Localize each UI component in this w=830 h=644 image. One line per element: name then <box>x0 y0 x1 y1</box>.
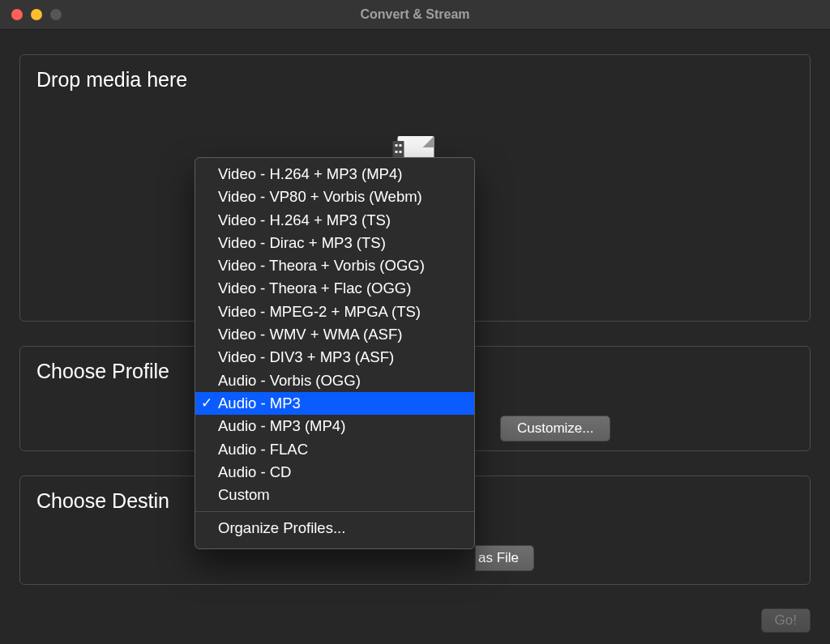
minimize-window-button[interactable] <box>31 9 42 20</box>
profile-option[interactable]: Video - MPEG-2 + MPGA (TS) <box>195 301 474 323</box>
profile-option[interactable]: Video - H.264 + MP3 (TS) <box>195 209 474 232</box>
profile-option[interactable]: Audio - FLAC <box>195 438 474 461</box>
save-as-file-button[interactable]: as File <box>475 545 534 571</box>
zoom-window-button <box>50 9 62 20</box>
window-title: Convert & Stream <box>0 7 830 22</box>
close-window-button[interactable] <box>11 9 23 20</box>
profile-option[interactable]: Video - Theora + Vorbis (OGG) <box>195 254 474 277</box>
profile-option[interactable]: Video - VP80 + Vorbis (Webm) <box>195 186 474 208</box>
traffic-lights <box>11 9 62 20</box>
go-button[interactable]: Go! <box>761 608 811 633</box>
organize-profiles-option[interactable]: Organize Profiles... <box>195 517 474 540</box>
customize-button[interactable]: Customize... <box>500 416 610 441</box>
profile-option[interactable]: Custom <box>195 484 474 506</box>
profile-option[interactable]: Video - DIV3 + MP3 (ASF) <box>195 346 474 369</box>
profile-dropdown-popup: Video - H.264 + MP3 (MP4)Video - VP80 + … <box>195 157 475 549</box>
profile-option[interactable]: Audio - MP3 (MP4) <box>195 415 474 437</box>
drop-media-title: Drop media here <box>36 68 794 92</box>
profile-option[interactable]: Video - H.264 + MP3 (MP4) <box>195 163 474 186</box>
profile-option[interactable]: Video - Dirac + MP3 (TS) <box>195 232 474 254</box>
profile-option[interactable]: Audio - MP3 <box>195 392 474 415</box>
profile-option[interactable]: Video - Theora + Flac (OGG) <box>195 277 474 300</box>
profile-option[interactable]: Video - WMV + WMA (ASF) <box>195 323 474 346</box>
profile-option[interactable]: Audio - Vorbis (OGG) <box>195 369 474 392</box>
profile-option[interactable]: Audio - CD <box>195 461 474 484</box>
menu-separator <box>195 511 474 512</box>
titlebar: Convert & Stream <box>0 0 830 30</box>
